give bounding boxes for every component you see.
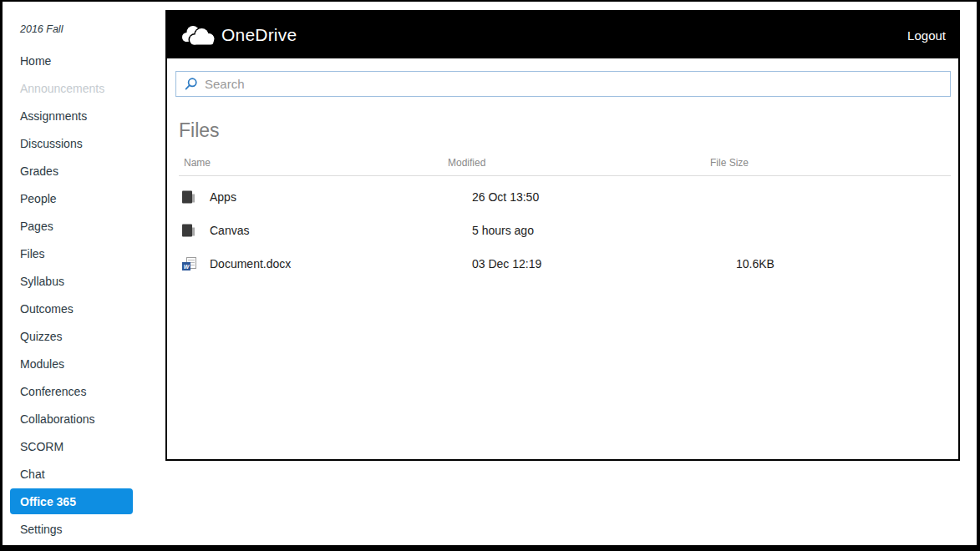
- folder-icon: [182, 191, 192, 204]
- screenshot-frame: { "sidebar": { "course_label": "2016 Fal…: [0, 0, 980, 551]
- sidebar-item-people[interactable]: People: [10, 185, 133, 212]
- file-row[interactable]: Document.docx 03 Dec 12:19 10.6KB: [167, 247, 958, 281]
- sidebar-item-pages[interactable]: Pages: [10, 212, 133, 240]
- column-header-size: File Size: [710, 157, 749, 169]
- file-modified: 03 Dec 12:19: [472, 257, 541, 270]
- files-table-header: Name Modified File Size: [179, 152, 951, 176]
- sidebar-item-conferences[interactable]: Conferences: [10, 377, 133, 405]
- search-box[interactable]: [175, 71, 951, 97]
- file-name: Document.docx: [210, 257, 291, 270]
- column-header-modified: Modified: [448, 157, 485, 169]
- file-size: 10.6KB: [736, 257, 774, 270]
- folder-icon: [182, 225, 192, 237]
- sidebar-item-discussions[interactable]: Discussions: [10, 129, 133, 157]
- search-input[interactable]: [198, 72, 950, 96]
- sidebar-item-grades[interactable]: Grades: [10, 157, 133, 185]
- app-title: OneDrive: [221, 25, 297, 45]
- file-name: Apps: [210, 190, 236, 204]
- sidebar-item-home[interactable]: Home: [10, 47, 133, 74]
- sidebar-item-chat[interactable]: Chat: [10, 460, 133, 488]
- course-nav-sidebar: 2016 Fall Home Announcements Assignments…: [3, 2, 165, 545]
- column-header-name: Name: [184, 157, 211, 169]
- sidebar-item-assignments[interactable]: Assignments: [10, 102, 133, 129]
- sidebar-item-scorm[interactable]: SCORM: [10, 432, 133, 460]
- file-row[interactable]: Apps 26 Oct 13:50: [167, 180, 958, 214]
- word-file-icon: [182, 257, 196, 270]
- files-table: Name Modified File Size Apps 26 Oct 13:5…: [167, 152, 958, 281]
- file-modified: 26 Oct 13:50: [472, 190, 539, 204]
- sidebar-item-modules[interactable]: Modules: [10, 350, 133, 377]
- sidebar-item-office-365[interactable]: Office 365: [10, 488, 133, 514]
- file-row[interactable]: Canvas 5 hours ago: [167, 214, 958, 247]
- onedrive-logo: OneDrive: [179, 23, 297, 48]
- sidebar-item-outcomes[interactable]: Outcomes: [10, 295, 133, 322]
- onedrive-header: OneDrive Logout: [167, 12, 958, 58]
- sidebar-item-settings[interactable]: Settings: [10, 515, 133, 543]
- sidebar-item-announcements[interactable]: Announcements: [10, 74, 133, 102]
- sidebar-item-collaborations[interactable]: Collaborations: [10, 405, 133, 432]
- file-name: Canvas: [210, 224, 249, 237]
- sidebar-item-files[interactable]: Files: [10, 240, 133, 267]
- files-table-rows: Apps 26 Oct 13:50 Canvas 5 hours ago Doc…: [167, 176, 958, 281]
- logout-button[interactable]: Logout: [907, 28, 946, 43]
- sidebar-item-syllabus[interactable]: Syllabus: [10, 267, 133, 295]
- file-modified: 5 hours ago: [472, 224, 534, 237]
- onedrive-panel: OneDrive Logout Files Name Modified File…: [165, 10, 960, 461]
- sidebar-item-quizzes[interactable]: Quizzes: [10, 322, 133, 350]
- course-nav-list: Home Announcements Assignments Discussio…: [3, 47, 165, 543]
- course-title: 2016 Fall: [20, 23, 63, 35]
- onedrive-cloud-icon: [179, 23, 217, 48]
- files-heading: Files: [179, 119, 220, 142]
- search-icon: [184, 77, 198, 92]
